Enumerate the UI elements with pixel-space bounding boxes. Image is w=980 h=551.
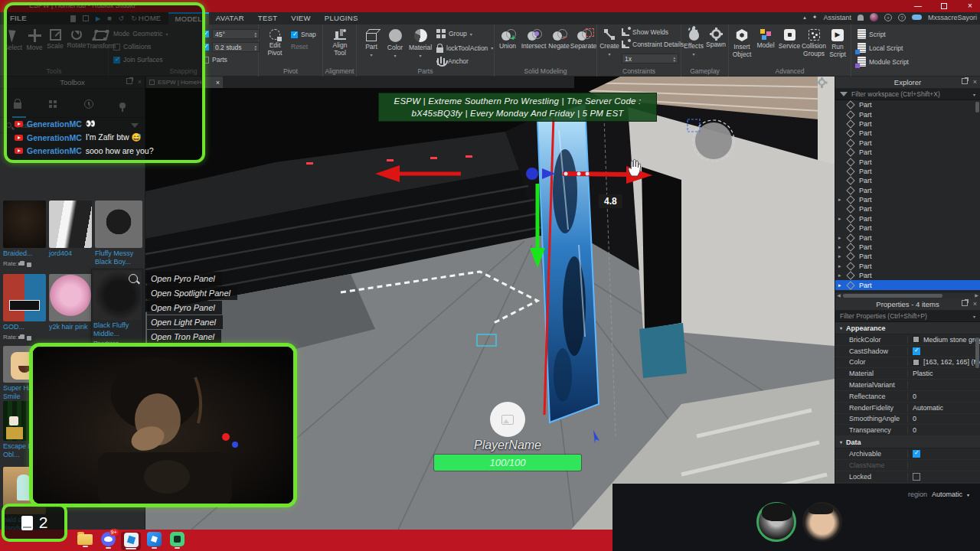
pivot-snap-checkbox[interactable]: Snap [291, 31, 316, 38]
explorer-row-part[interactable]: Part [835, 223, 980, 233]
insert-object-button[interactable]: Insert Object [730, 29, 753, 58]
effects-button[interactable]: Effects▾ [683, 29, 704, 57]
property-value[interactable]: 0 [908, 415, 980, 422]
toolbox-item-name[interactable]: y2k hair pink [49, 323, 92, 331]
explorer-row-part[interactable]: Part [835, 148, 980, 157]
property-row-archivable[interactable]: Archivable [835, 448, 980, 460]
toolbox-item-name[interactable]: Fluffy Messy Black Boy... [95, 249, 142, 266]
property-value[interactable] [908, 347, 980, 355]
explorer-row-part[interactable]: Part [835, 204, 980, 214]
property-section-appearance[interactable]: ▾Appearance [835, 322, 980, 334]
explorer-row-part[interactable]: Part [835, 139, 980, 148]
move-snap-stepper[interactable]: 0.2 studs▴▾ [202, 42, 260, 52]
toolbox-item-thumbnail[interactable] [3, 274, 46, 321]
vertical-scrollbar[interactable] [975, 337, 979, 368]
module-script-button[interactable]: Module Script [858, 57, 909, 67]
property-row-smoothingangle[interactable]: SmoothingAngle0 [835, 414, 980, 425]
avatar[interactable] [870, 13, 878, 21]
explorer-row-part[interactable]: Part [835, 109, 980, 119]
property-value[interactable]: Medium stone grey [908, 336, 980, 344]
open-panel-button[interactable]: Open Tron Panel [147, 330, 221, 344]
toolbox-item-thumbnail[interactable] [49, 201, 92, 248]
anchor-button[interactable]: Anchor [436, 57, 469, 66]
group-button[interactable]: Group▾ [436, 29, 472, 38]
open-panel-button[interactable]: Open Spotlight Panel [147, 286, 237, 300]
toolbox-item[interactable]: jord404 [49, 201, 92, 258]
explorer-row-part[interactable]: ▸Part [835, 271, 980, 280]
toolbox-item[interactable]: y2k hair pink [49, 274, 92, 331]
property-row-materialvariant[interactable]: MaterialVariant [835, 380, 980, 391]
close-button[interactable]: × [965, 1, 975, 11]
property-value[interactable] [908, 450, 980, 458]
intersect-button[interactable]: Intersect [519, 29, 548, 50]
property-value[interactable]: Automatic [908, 404, 980, 412]
scrollbar-thumb[interactable] [843, 294, 942, 298]
part-button[interactable]: Part▾ [361, 29, 381, 57]
close-icon[interactable]: × [216, 79, 220, 86]
property-row-locked[interactable]: Locked [835, 471, 980, 483]
property-row-material[interactable]: MaterialPlastic [835, 368, 980, 380]
taskbar-item-discord[interactable]: 9+ [98, 532, 118, 550]
checkbox-icon[interactable] [913, 450, 920, 458]
align-tool-button[interactable]: Align Tool [326, 29, 354, 57]
property-row-transparency[interactable]: Transparency0 [835, 425, 980, 436]
checkbox-icon[interactable] [913, 473, 920, 481]
collision-groups-button[interactable]: Collision Groups [801, 29, 827, 57]
spawn-button[interactable]: Spawn [704, 29, 727, 48]
show-welds-toggle[interactable]: Show Welds [622, 28, 668, 36]
property-row-renderfidelity[interactable]: RenderFidelityAutomatic [835, 403, 980, 414]
explorer-row-part[interactable]: ▸Part [835, 243, 980, 252]
cloud-icon[interactable] [912, 15, 922, 20]
expand-arrow-icon[interactable]: ▸ [838, 253, 846, 259]
toolbox-item-rate[interactable]: Rate: [3, 334, 46, 341]
taskbar-item-roblox-player[interactable] [144, 532, 164, 550]
color-button[interactable]: Color▾ [384, 29, 406, 58]
toolbox-item-name[interactable]: GOD... [3, 323, 46, 331]
thumbs-down-icon[interactable] [27, 336, 31, 341]
toolbox-item-name[interactable]: Black Fluffy Middle... [93, 321, 141, 338]
local-script-button[interactable]: Local Script [858, 43, 903, 53]
expand-arrow-icon[interactable]: ▸ [838, 216, 846, 222]
explorer-row-part[interactable]: Part [835, 129, 980, 138]
property-value[interactable]: 0 [908, 426, 980, 434]
property-section-data[interactable]: ▾Data [835, 436, 980, 448]
explorer-filter-input[interactable]: Filter workspace (Ctrl+Shift+X) ▾ [835, 89, 980, 100]
property-value[interactable]: 0 [908, 393, 980, 400]
checkbox-icon[interactable] [913, 347, 920, 355]
property-value[interactable] [908, 473, 980, 481]
explorer-row-part[interactable]: ▸Part [835, 214, 980, 223]
toolbox-item-name[interactable]: Braided... [3, 249, 46, 258]
expand-arrow-icon[interactable]: ▸ [838, 282, 846, 289]
properties-filter-input[interactable]: Filter Properties (Ctrl+Shift+P) ▾ [835, 311, 980, 322]
open-panel-button[interactable]: Open Pyro Panel [147, 272, 222, 285]
popout-icon[interactable] [962, 300, 968, 306]
assistant-button[interactable]: Assistant [823, 14, 851, 21]
service-button[interactable]: Service [778, 29, 801, 50]
username[interactable]: MxssacreSayori [928, 14, 977, 21]
expand-arrow-icon[interactable]: ▸ [838, 197, 846, 203]
separate-button[interactable]: Separate [570, 29, 597, 50]
expand-arrow-icon[interactable]: ▸ [838, 235, 846, 241]
expand-arrow-icon[interactable]: ▸ [838, 272, 846, 279]
explorer-row-part[interactable]: Part [835, 176, 980, 185]
properties-header[interactable]: Properties - 4 items × [835, 298, 980, 311]
popout-icon[interactable] [962, 78, 968, 84]
lock-tool-button[interactable]: lockToolAction▾ [436, 43, 493, 53]
property-row-castshadow[interactable]: CastShadow [835, 346, 980, 357]
material-button[interactable]: Material▾ [407, 29, 433, 58]
property-value[interactable]: Plastic [908, 370, 980, 377]
toolbox-item-thumbnail[interactable] [93, 271, 141, 320]
explorer-row-part[interactable]: Part [835, 100, 980, 109]
open-panel-button[interactable]: Open Pyro Panel [147, 301, 222, 315]
property-value[interactable]: [163, 162, 165] (Me... [908, 358, 980, 366]
zoom-icon[interactable] [129, 274, 138, 283]
thumbs-up-icon[interactable] [20, 334, 24, 339]
property-row-reflectance[interactable]: Reflectance0 [835, 391, 980, 403]
property-row-brickcolor[interactable]: BrickColorMedium stone grey [835, 334, 980, 346]
tab-test[interactable]: TEST [251, 12, 284, 24]
script-button[interactable]: Script [858, 29, 886, 39]
horizontal-scrollbar[interactable]: ◀ ▶ [835, 292, 980, 298]
vertical-scrollbar[interactable] [975, 102, 979, 112]
open-panel-button[interactable]: Open Light Panel [147, 315, 223, 329]
thumbs-down-icon[interactable] [27, 262, 31, 267]
